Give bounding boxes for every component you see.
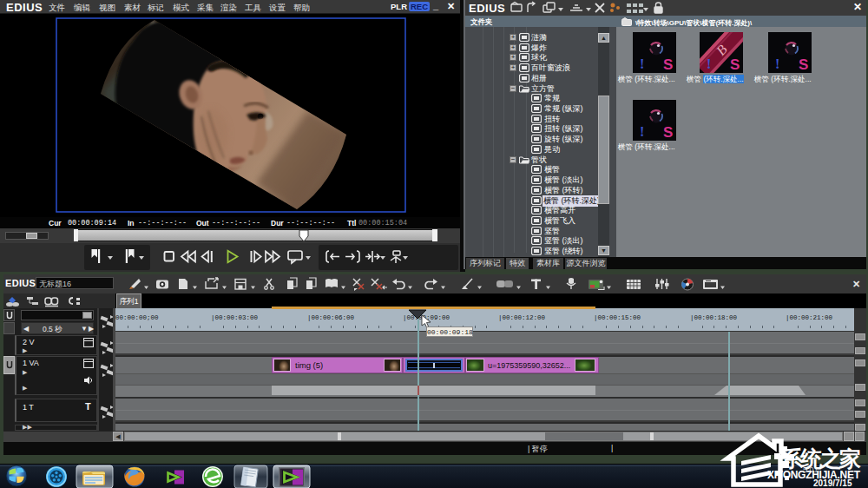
svg-text:系统之家: 系统之家 — [780, 446, 861, 471]
svg-text:S: S — [730, 56, 740, 73]
svg-text:!: ! — [775, 56, 779, 71]
svg-text:2019/7/15: 2019/7/15 — [813, 478, 852, 488]
svg-text:S: S — [799, 56, 808, 73]
svg-text:!: ! — [707, 56, 711, 71]
svg-text:!: ! — [640, 124, 644, 139]
svg-text:!: ! — [640, 56, 644, 71]
svg-text:S: S — [663, 56, 673, 73]
svg-text:✕: ✕ — [852, 279, 860, 289]
svg-text:S: S — [663, 124, 673, 141]
